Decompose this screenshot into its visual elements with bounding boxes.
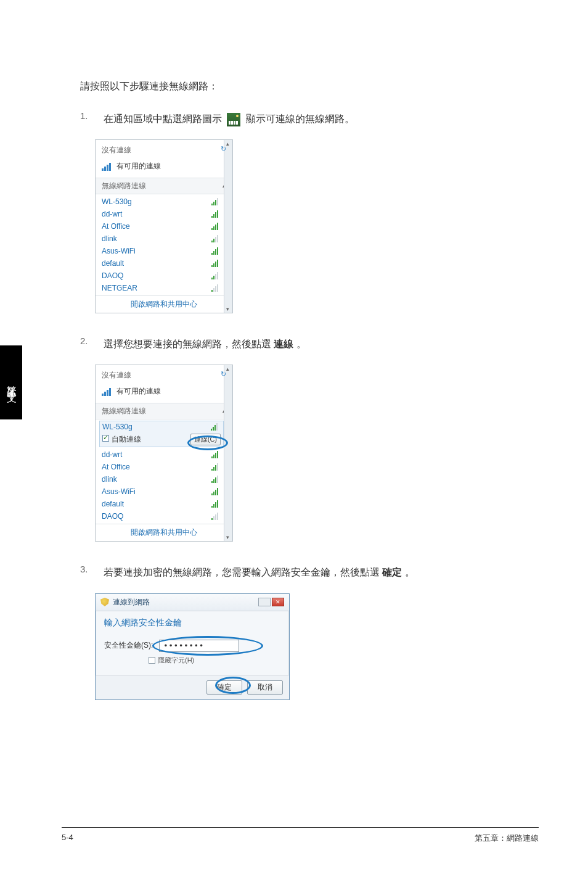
hide-characters-checkbox[interactable] xyxy=(149,657,155,664)
step-number: 1. xyxy=(80,110,104,121)
page-content: 請按照以下步驟連接無線網路： 1. 在通知區域中點選網路圖示 顯示可連線的無線網… xyxy=(80,80,549,700)
wifi-name: dd-wrt xyxy=(102,450,122,459)
step-row: 1. 在通知區域中點選網路圖示 顯示可連線的無線網路。 xyxy=(80,110,549,127)
wifi-name: WL-530g xyxy=(102,197,132,206)
section-heading: 請按照以下步驟連接無線網路： xyxy=(80,80,549,93)
hide-characters-row[interactable]: 隱藏字元(H) xyxy=(149,656,280,665)
signal-icon xyxy=(211,210,221,218)
wifi-item[interactable]: At Office xyxy=(96,220,232,233)
wifi-list: WL-530g dd-wrt At Office dlink Asus-WiFi… xyxy=(96,194,232,295)
refresh-icon[interactable]: ↻ xyxy=(221,145,226,155)
open-network-center-link[interactable]: 開啟網路和共用中心 xyxy=(96,524,232,541)
signal-icon xyxy=(211,223,221,230)
wifi-item[interactable]: default xyxy=(96,257,232,270)
wifi-section-header: 無線網路連線 ▴ xyxy=(96,403,232,419)
wifi-list: WL-530g 自動連線 連線(C) dd-wrt At Office dlin… xyxy=(96,419,232,524)
step2-text-c: 。 xyxy=(293,339,306,349)
wifi-name: dlink xyxy=(102,234,117,243)
step3-bold: 確定 xyxy=(382,567,402,577)
page-footer: 5-4 第五章：網路連線 xyxy=(62,827,539,844)
wifi-item[interactable]: dlink xyxy=(96,473,232,485)
connections-available-label: 有可用的連線 xyxy=(116,386,161,397)
wifi-name: DAOQ xyxy=(102,271,123,280)
wifi-item[interactable]: NETGEAR xyxy=(96,282,232,294)
wifi-name: WL-530g xyxy=(102,423,133,431)
dialog-title: 連線到網路 xyxy=(113,597,150,608)
wifi-flyout-panel-selected: 沒有連線 ↻ 有可用的連線 無線網路連線 ▴ WL-530g 自動連線 連線(C… xyxy=(95,365,233,542)
step2-bold: 連線 xyxy=(274,339,293,349)
step2-text-a: 選擇您想要連接的無線網路，然後點選 xyxy=(104,339,274,349)
security-key-dialog: 連線到網路 ✕ 輸入網路安全性金鑰 安全性金鑰(S): •••••••• 隱藏字… xyxy=(95,593,290,700)
refresh-icon[interactable]: ↻ xyxy=(221,370,226,381)
signal-icon xyxy=(102,387,113,396)
signal-icon xyxy=(102,162,113,171)
connections-available-label: 有可用的連線 xyxy=(116,161,161,171)
hide-characters-label: 隱藏字元(H) xyxy=(158,656,194,665)
dialog-titlebar: 連線到網路 ✕ xyxy=(96,594,289,611)
close-button[interactable]: ✕ xyxy=(272,598,284,606)
step-row: 3. 若要連接加密的無線網路，您需要輸入網路安全金鑰，然後點選 確定 。 xyxy=(80,564,549,580)
step-text: 在通知區域中點選網路圖示 顯示可連線的無線網路。 xyxy=(104,110,549,127)
wifi-name: At Office xyxy=(102,222,130,231)
wifi-item[interactable]: DAOQ xyxy=(96,270,232,282)
wifi-item[interactable]: Asus-WiFi xyxy=(96,245,232,257)
signal-icon xyxy=(211,284,221,292)
wifi-section-header: 無線網路連線 ▴ xyxy=(96,178,232,194)
auto-connect-checkbox[interactable] xyxy=(102,435,109,442)
wifi-name: dlink xyxy=(102,475,117,484)
cancel-button[interactable]: 取消 xyxy=(247,680,283,695)
wifi-item[interactable]: dd-wrt xyxy=(96,448,232,461)
signal-icon xyxy=(211,500,221,508)
step-row: 2. 選擇您想要連接的無線網路，然後點選 連線 。 xyxy=(80,336,549,352)
highlight-oval xyxy=(215,677,251,694)
signal-icon xyxy=(211,463,221,471)
highlight-oval xyxy=(152,636,263,656)
wifi-name: default xyxy=(102,500,124,508)
wifi-item[interactable]: WL-530g xyxy=(96,196,232,208)
wifi-name: default xyxy=(102,259,124,268)
wifi-item[interactable]: default xyxy=(96,498,232,510)
window-buttons: ✕ xyxy=(258,598,284,606)
wifi-flyout-panel: 沒有連線 ↻ 有可用的連線 無線網路連線 ▴ WL-530g dd-wrt At… xyxy=(95,139,233,313)
wifi-name: Asus-WiFi xyxy=(102,247,136,255)
shield-icon xyxy=(100,598,109,606)
step-text-after: 顯示可連線的無線網路。 xyxy=(246,113,354,124)
open-network-center-link[interactable]: 開啟網路和共用中心 xyxy=(96,295,232,313)
step3-text-a: 若要連接加密的無線網路，您需要輸入網路安全金鑰，然後點選 xyxy=(104,567,382,577)
step-text: 選擇您想要連接的無線網路，然後點選 連線 。 xyxy=(104,336,549,352)
signal-icon xyxy=(211,235,221,242)
wifi-name: dd-wrt xyxy=(102,210,122,218)
step-text-before: 在通知區域中點選網路圖示 xyxy=(104,113,222,124)
auto-connect-label: 自動連線 xyxy=(112,435,141,444)
no-connection-label: 沒有連線 xyxy=(102,370,131,381)
wifi-item[interactable]: dd-wrt xyxy=(96,208,232,220)
signal-icon xyxy=(211,451,221,458)
network-tray-icon xyxy=(227,113,240,126)
minimize-button[interactable] xyxy=(258,598,271,606)
wifi-item-selected[interactable]: WL-530g 自動連線 連線(C) xyxy=(99,421,224,447)
wifi-item[interactable]: dlink xyxy=(96,233,232,245)
wifi-name: Asus-WiFi xyxy=(102,487,136,496)
signal-icon xyxy=(211,198,221,205)
dialog-buttons: 確定 取消 xyxy=(96,675,289,699)
wifi-item[interactable]: Asus-WiFi xyxy=(96,485,232,498)
step-number: 2. xyxy=(80,336,104,346)
wifi-item[interactable]: DAOQ xyxy=(96,510,232,522)
no-connection-label: 沒有連線 xyxy=(102,145,131,155)
signal-icon xyxy=(211,260,221,267)
dialog-heading: 輸入網路安全性金鑰 xyxy=(104,617,280,629)
wifi-name: DAOQ xyxy=(102,512,123,521)
signal-icon xyxy=(211,488,221,495)
step-text: 若要連接加密的無線網路，您需要輸入網路安全金鑰，然後點選 確定 。 xyxy=(104,564,549,580)
wifi-name: At Office xyxy=(102,463,130,471)
side-language-tab: 繁体中文 xyxy=(0,345,22,419)
chapter-title: 第五章：網路連線 xyxy=(475,833,539,844)
step-number: 3. xyxy=(80,564,104,574)
auto-connect-row[interactable]: 自動連線 xyxy=(102,434,141,445)
signal-icon xyxy=(211,272,221,279)
wifi-item[interactable]: At Office xyxy=(96,461,232,473)
signal-icon xyxy=(211,513,221,520)
wifi-panel-header: 沒有連線 ↻ 有可用的連線 xyxy=(96,140,232,178)
security-key-label: 安全性金鑰(S): xyxy=(104,640,153,651)
page-number: 5-4 xyxy=(62,833,73,844)
